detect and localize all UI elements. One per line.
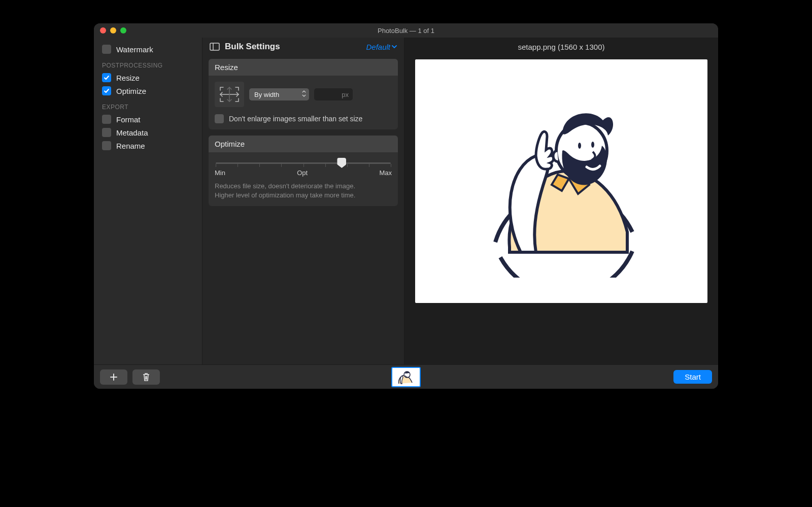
resize-card-header: Resize	[209, 59, 398, 76]
slider-handle[interactable]	[337, 158, 346, 168]
svg-rect-0	[210, 43, 219, 50]
dont-enlarge-label: Don't enlarge images smaller than set si…	[229, 115, 362, 123]
dont-enlarge-row[interactable]: Don't enlarge images smaller than set si…	[215, 114, 392, 123]
checkbox-unchecked-icon[interactable]	[215, 114, 224, 123]
window-title: PhotoBulk — 1 of 1	[94, 27, 718, 35]
optimize-help-line2: Higher level of optimization may take mo…	[215, 191, 392, 200]
checkbox-unchecked-icon[interactable]	[102, 128, 111, 137]
select-stepper-icon	[302, 90, 306, 97]
slider-opt-label: Opt	[297, 169, 308, 177]
svg-point-5	[578, 143, 581, 149]
sidebar-item-metadata[interactable]: Metadata	[94, 126, 202, 139]
resize-mode-select[interactable]: By width	[249, 88, 309, 100]
checkbox-checked-icon[interactable]	[102, 86, 111, 95]
slider-max-label: Max	[379, 169, 392, 177]
checkbox-checked-icon[interactable]	[102, 73, 111, 82]
sidebar-heading-postprocessing: POSTPROCESSING	[94, 56, 202, 71]
settings-header: Bulk Settings Default	[202, 38, 404, 56]
sidebar-item-label: Watermark	[116, 45, 153, 54]
sidebar-item-label: Rename	[116, 142, 145, 150]
window-body: Watermark POSTPROCESSING Resize Optimize…	[94, 38, 718, 364]
sidebar-item-label: Resize	[116, 74, 140, 82]
slider-min-label: Min	[215, 169, 225, 177]
checkbox-unchecked-icon[interactable]	[102, 115, 111, 124]
select-value: By width	[254, 91, 279, 98]
unit-label: px	[342, 91, 349, 98]
settings-title: Bulk Settings	[225, 42, 280, 52]
optimize-card-header: Optimize	[209, 136, 398, 152]
thumbnail-image-icon	[394, 368, 418, 386]
optimize-help: Reduces file size, doesn't deteriorate t…	[215, 182, 392, 200]
resize-card: Resize	[209, 59, 398, 129]
dimensions-icon[interactable]	[215, 82, 244, 107]
thumbnail-strip	[94, 367, 718, 387]
sidebar-item-label: Format	[116, 115, 141, 124]
start-button[interactable]: Start	[673, 370, 712, 384]
sidebar-item-optimize[interactable]: Optimize	[94, 84, 202, 97]
preset-dropdown[interactable]: Default	[366, 43, 397, 51]
illustration-bearded-man-icon	[465, 85, 658, 278]
sidebar-item-label: Metadata	[116, 128, 148, 137]
sidebar-item-watermark[interactable]: Watermark	[94, 43, 202, 56]
chevron-down-icon	[392, 45, 397, 49]
sidebar-toggle-icon[interactable]	[210, 43, 220, 51]
app-window: PhotoBulk — 1 of 1 Watermark POSTPROCESS…	[94, 23, 718, 389]
sidebar: Watermark POSTPROCESSING Resize Optimize…	[94, 38, 202, 364]
width-input[interactable]: px	[314, 88, 353, 100]
titlebar: PhotoBulk — 1 of 1	[94, 23, 718, 38]
sidebar-item-label: Optimize	[116, 87, 146, 95]
checkbox-unchecked-icon[interactable]	[102, 141, 111, 150]
sidebar-item-format[interactable]: Format	[94, 113, 202, 126]
thumbnail-item[interactable]	[391, 367, 421, 387]
slider-labels: Min Opt Max	[215, 169, 392, 177]
preview-filename: setapp.png (1560 x 1300)	[404, 38, 718, 59]
preview-panel: setapp.png (1560 x 1300)	[404, 38, 718, 364]
sidebar-item-rename[interactable]: Rename	[94, 139, 202, 152]
sidebar-item-resize[interactable]: Resize	[94, 71, 202, 84]
preset-label: Default	[366, 43, 390, 51]
preview-image[interactable]	[415, 59, 707, 303]
start-button-label: Start	[685, 373, 701, 381]
svg-point-6	[591, 142, 594, 148]
slider-track	[216, 162, 391, 164]
optimize-card: Optimize	[209, 136, 398, 206]
footer: Start	[94, 364, 718, 389]
checkbox-unchecked-icon[interactable]	[102, 45, 111, 54]
preview-canvas	[404, 59, 718, 364]
optimize-slider[interactable]	[216, 162, 391, 164]
sidebar-heading-export: EXPORT	[94, 97, 202, 113]
optimize-help-line1: Reduces file size, doesn't deteriorate t…	[215, 182, 392, 191]
settings-panel: Bulk Settings Default Resize	[202, 38, 404, 364]
